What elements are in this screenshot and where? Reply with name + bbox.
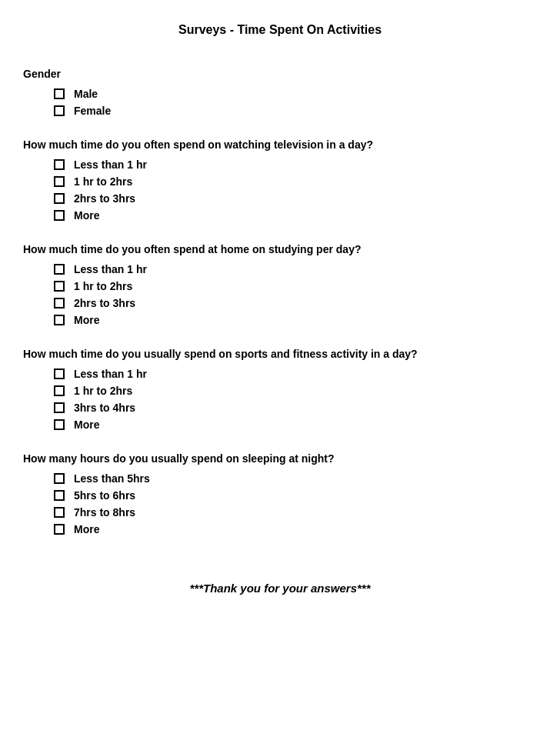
page-title: Surveys - Time Spent On Activities xyxy=(23,23,537,37)
list-item[interactable]: Less than 1 hr xyxy=(54,263,537,275)
options-television: Less than 1 hr1 hr to 2hrs2hrs to 3hrsMo… xyxy=(23,158,537,222)
question-studying: How much time do you often spend at home… xyxy=(23,243,537,255)
checkbox-icon[interactable] xyxy=(54,193,65,204)
section-gender: GenderMaleFemale xyxy=(23,68,537,117)
option-label: 2hrs to 3hrs xyxy=(74,192,135,205)
section-sleeping: How many hours do you usually spend on s… xyxy=(23,452,537,535)
option-label: 1 hr to 2hrs xyxy=(74,280,132,292)
list-item[interactable]: More xyxy=(54,314,537,326)
question-sleeping: How many hours do you usually spend on s… xyxy=(23,452,537,465)
list-item[interactable]: 2hrs to 3hrs xyxy=(54,297,537,309)
checkbox-icon[interactable] xyxy=(54,490,65,501)
section-studying: How much time do you often spend at home… xyxy=(23,243,537,326)
list-item[interactable]: 1 hr to 2hrs xyxy=(54,385,537,397)
checkbox-icon[interactable] xyxy=(54,473,65,484)
option-label: 7hrs to 8hrs xyxy=(74,506,135,519)
option-label: Less than 1 hr xyxy=(74,368,147,380)
checkbox-icon[interactable] xyxy=(54,368,65,379)
list-item[interactable]: 2hrs to 3hrs xyxy=(54,192,537,205)
list-item[interactable]: 1 hr to 2hrs xyxy=(54,280,537,292)
list-item[interactable]: Less than 1 hr xyxy=(54,158,537,171)
question-sports: How much time do you usually spend on sp… xyxy=(23,348,537,360)
list-item[interactable]: Less than 5hrs xyxy=(54,472,537,485)
option-label: Female xyxy=(74,105,111,117)
list-item[interactable]: Female xyxy=(54,105,537,117)
checkbox-icon[interactable] xyxy=(54,507,65,518)
list-item[interactable]: 1 hr to 2hrs xyxy=(54,175,537,188)
list-item[interactable]: Less than 1 hr xyxy=(54,368,537,380)
checkbox-icon[interactable] xyxy=(54,298,65,308)
options-sleeping: Less than 5hrs5hrs to 6hrs7hrs to 8hrsMo… xyxy=(23,472,537,535)
options-sports: Less than 1 hr1 hr to 2hrs3hrs to 4hrsMo… xyxy=(23,368,537,431)
option-label: 1 hr to 2hrs xyxy=(74,175,132,188)
checkbox-icon[interactable] xyxy=(54,524,65,535)
options-gender: MaleFemale xyxy=(23,88,537,117)
thank-you-message: ***Thank you for your answers*** xyxy=(23,582,537,595)
checkbox-icon[interactable] xyxy=(54,88,65,99)
section-sports: How much time do you usually spend on sp… xyxy=(23,348,537,431)
checkbox-icon[interactable] xyxy=(54,385,65,396)
checkbox-icon[interactable] xyxy=(54,315,65,325)
question-gender: Gender xyxy=(23,68,537,80)
option-label: 1 hr to 2hrs xyxy=(74,385,132,397)
option-label: Male xyxy=(74,88,98,100)
checkbox-icon[interactable] xyxy=(54,159,65,170)
option-label: Less than 5hrs xyxy=(74,472,150,485)
list-item[interactable]: 5hrs to 6hrs xyxy=(54,489,537,502)
option-label: More xyxy=(74,419,99,431)
checkbox-icon[interactable] xyxy=(54,281,65,292)
list-item[interactable]: Male xyxy=(54,88,537,100)
checkbox-icon[interactable] xyxy=(54,419,65,430)
option-label: 3hrs to 4hrs xyxy=(74,402,135,414)
option-label: 2hrs to 3hrs xyxy=(74,297,135,309)
question-television: How much time do you often spend on watc… xyxy=(23,138,537,151)
list-item[interactable]: More xyxy=(54,523,537,535)
checkbox-icon[interactable] xyxy=(54,105,65,116)
list-item[interactable]: More xyxy=(54,419,537,431)
list-item[interactable]: 7hrs to 8hrs xyxy=(54,506,537,519)
option-label: More xyxy=(74,523,99,535)
section-television: How much time do you often spend on watc… xyxy=(23,138,537,222)
checkbox-icon[interactable] xyxy=(54,176,65,187)
option-label: More xyxy=(74,314,99,326)
option-label: More xyxy=(74,209,99,222)
checkbox-icon[interactable] xyxy=(54,264,65,275)
checkbox-icon[interactable] xyxy=(54,402,65,413)
option-label: Less than 1 hr xyxy=(74,263,147,275)
list-item[interactable]: 3hrs to 4hrs xyxy=(54,402,537,414)
option-label: Less than 1 hr xyxy=(74,158,147,171)
checkbox-icon[interactable] xyxy=(54,210,65,221)
option-label: 5hrs to 6hrs xyxy=(74,489,135,502)
list-item[interactable]: More xyxy=(54,209,537,222)
options-studying: Less than 1 hr1 hr to 2hrs2hrs to 3hrsMo… xyxy=(23,263,537,326)
